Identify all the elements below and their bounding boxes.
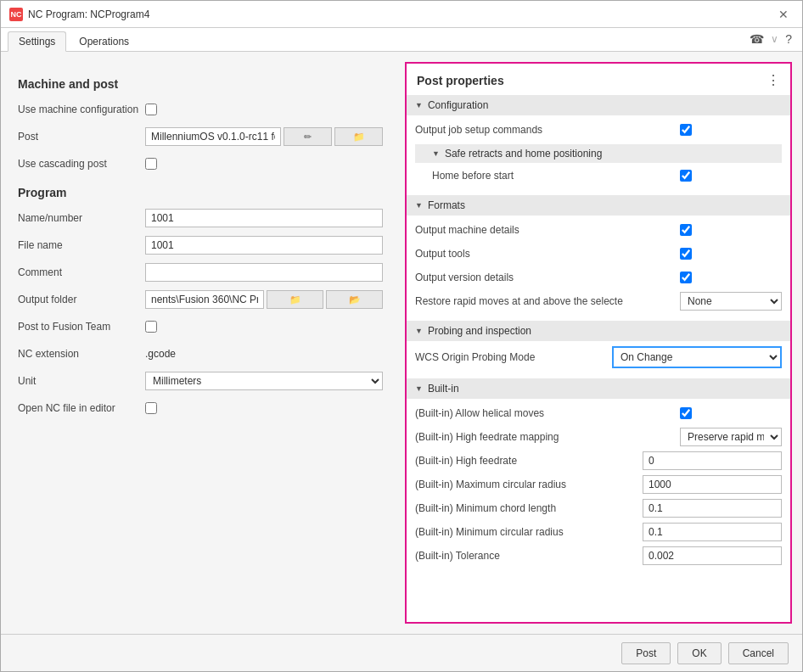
home-before-start-row: Home before start: [432, 166, 782, 185]
dialog-title: NC Program: NCProgram4: [28, 8, 149, 20]
right-panel-title: Post properties: [417, 74, 504, 87]
use-cascading-post-checkbox[interactable]: [145, 158, 157, 170]
use-machine-config-row: Use machine configuration: [18, 99, 383, 120]
min-circular-radius-row: (Built-in) Minimum circular radius: [415, 523, 782, 541]
tab-operations[interactable]: Operations: [68, 31, 140, 51]
tab-settings[interactable]: Settings: [8, 31, 66, 52]
name-number-row: Name/number: [18, 208, 383, 228]
post-edit-button[interactable]: ✏: [284, 127, 332, 146]
ok-button[interactable]: OK: [677, 642, 721, 664]
output-version-details-label: Output version details: [415, 272, 680, 283]
app-icon: NC: [9, 8, 23, 21]
output-folder-browse-button[interactable]: 📁: [267, 290, 323, 309]
restore-rapid-row: Restore rapid moves at and above the sel…: [415, 292, 782, 311]
formats-header[interactable]: ▼ Formats: [407, 195, 790, 216]
open-nc-row: Open NC file in editor: [18, 398, 383, 418]
home-before-start-checkbox[interactable]: [680, 170, 692, 182]
min-chord-length-label: (Built-in) Minimum chord length: [415, 502, 643, 514]
open-nc-checkbox[interactable]: [145, 402, 157, 414]
use-cascading-post-row: Use cascading post: [18, 154, 383, 174]
left-panel: Machine and post Use machine configurati…: [1, 52, 400, 634]
wcs-origin-row: WCS Origin Probing Mode On Change Always…: [415, 346, 782, 368]
output-machine-details-label: Output machine details: [415, 224, 680, 236]
use-machine-config-checkbox[interactable]: [145, 104, 157, 115]
help-icon[interactable]: ?: [782, 31, 795, 48]
post-to-fusion-label: Post to Fusion Team: [18, 321, 145, 333]
post-input[interactable]: [145, 127, 281, 146]
file-name-label: File name: [18, 239, 145, 251]
post-button[interactable]: Post: [621, 642, 671, 664]
name-number-input[interactable]: [145, 209, 383, 227]
high-feedrate-input[interactable]: [643, 451, 782, 470]
footer: Post OK Cancel: [1, 634, 802, 671]
builtin-arrow: ▼: [415, 384, 423, 393]
tabs-bar: Settings Operations ☎ ∨ ?: [1, 28, 802, 52]
allow-helical-row: (Built-in) Allow helical moves: [415, 404, 782, 423]
comment-label: Comment: [18, 266, 145, 278]
more-options-button[interactable]: ⋮: [766, 72, 780, 88]
program-heading: Program: [18, 186, 383, 199]
use-machine-config-label: Use machine configuration: [18, 104, 145, 115]
file-name-row: File name: [18, 235, 383, 255]
high-feedrate-label: (Built-in) High feedrate: [415, 455, 643, 467]
tolerance-label: (Built-in) Tolerance: [415, 550, 643, 562]
output-folder-edit-button[interactable]: 📂: [326, 290, 383, 309]
configuration-header[interactable]: ▼ Configuration: [407, 95, 790, 115]
comment-row: Comment: [18, 262, 383, 283]
restore-rapid-label: Restore rapid moves at and above the sel…: [415, 295, 680, 307]
tolerance-input[interactable]: [643, 546, 782, 565]
name-number-label: Name/number: [18, 212, 145, 224]
output-tools-row: Output tools: [415, 244, 782, 263]
nc-extension-row: NC extension .gcode: [18, 344, 383, 364]
max-circular-radius-input[interactable]: [643, 475, 782, 494]
wcs-origin-select[interactable]: On Change Always Never: [612, 346, 782, 368]
high-feedrate-mapping-row: (Built-in) High feedrate mapping Preserv…: [415, 428, 782, 446]
output-machine-details-checkbox[interactable]: [680, 224, 692, 236]
output-folder-row: Output folder 📁 📂: [18, 289, 383, 310]
probing-header[interactable]: ▼ Probing and inspection: [407, 321, 790, 341]
output-version-details-checkbox[interactable]: [680, 272, 692, 283]
output-machine-details-row: Output machine details: [415, 221, 782, 239]
builtin-header[interactable]: ▼ Built-in: [407, 378, 790, 399]
restore-rapid-select[interactable]: None Clearance Retract: [680, 292, 782, 311]
unit-label: Unit: [18, 375, 145, 387]
file-name-input[interactable]: [145, 236, 383, 255]
allow-helical-checkbox[interactable]: [680, 407, 692, 419]
min-chord-length-input[interactable]: [643, 499, 782, 518]
output-job-setup-label: Output job setup commands: [415, 124, 680, 136]
high-feedrate-mapping-select[interactable]: Preserve rapid movem Map to feedrate: [680, 428, 782, 446]
min-circular-radius-label: (Built-in) Minimum circular radius: [415, 526, 643, 538]
post-folder-button[interactable]: 📁: [334, 127, 383, 146]
home-before-start-label: Home before start: [432, 170, 680, 182]
configuration-arrow: ▼: [415, 101, 423, 109]
post-to-fusion-row: Post to Fusion Team: [18, 316, 383, 337]
output-tools-label: Output tools: [415, 248, 680, 260]
output-folder-input[interactable]: [145, 290, 264, 309]
max-circular-radius-label: (Built-in) Maximum circular radius: [415, 479, 643, 490]
use-cascading-post-label: Use cascading post: [18, 158, 145, 170]
comment-input[interactable]: [145, 263, 383, 282]
cancel-button[interactable]: Cancel: [728, 642, 789, 664]
contact-icon[interactable]: ☎: [746, 31, 767, 48]
allow-helical-label: (Built-in) Allow helical moves: [415, 407, 680, 419]
probing-arrow: ▼: [415, 327, 423, 335]
safe-retracts-label: Safe retracts and home positioning: [445, 148, 602, 160]
high-feedrate-row: (Built-in) High feedrate: [415, 451, 782, 470]
close-button[interactable]: ✕: [773, 6, 794, 23]
wcs-origin-label: WCS Origin Probing Mode: [415, 351, 612, 363]
safe-retracts-header[interactable]: ▼ Safe retracts and home positioning: [415, 144, 782, 163]
output-version-details-row: Output version details: [415, 268, 782, 287]
configuration-label: Configuration: [428, 99, 488, 111]
nc-extension-label: NC extension: [18, 348, 145, 360]
min-circular-radius-input[interactable]: [643, 523, 782, 541]
output-tools-checkbox[interactable]: [680, 248, 692, 260]
max-circular-radius-row: (Built-in) Maximum circular radius: [415, 475, 782, 494]
builtin-label: Built-in: [428, 383, 459, 395]
post-to-fusion-checkbox[interactable]: [145, 321, 157, 333]
post-label: Post: [18, 131, 145, 143]
unit-select[interactable]: Millimeters Inches: [145, 372, 383, 390]
output-job-setup-checkbox[interactable]: [680, 124, 692, 136]
open-nc-label: Open NC file in editor: [18, 402, 145, 414]
safe-retracts-arrow: ▼: [432, 149, 440, 158]
machine-post-heading: Machine and post: [18, 77, 383, 91]
